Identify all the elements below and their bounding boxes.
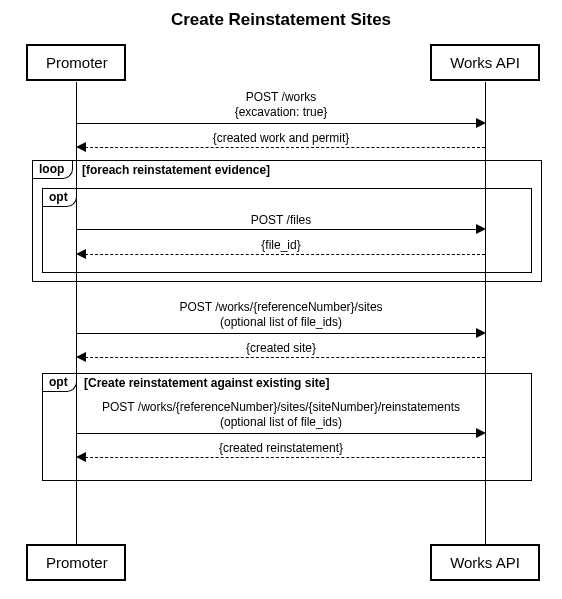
arrowhead-created-reinstatement: [76, 452, 86, 462]
fragment-loop-guard: [foreach reinstatement evidence]: [82, 163, 270, 177]
participant-promoter-bottom: Promoter: [26, 544, 126, 581]
arrowhead-created-site: [76, 352, 86, 362]
fragment-opt-files: [42, 188, 532, 273]
arrow-post-works: [77, 123, 477, 124]
msg-post-works-line1: POST /works: [246, 90, 316, 104]
msg-post-sites-line2: (optional list of file_ids): [220, 315, 342, 329]
arrowhead-file-id: [76, 249, 86, 259]
msg-post-reinstatements-line1: POST /works/{referenceNumber}/sites/{sit…: [102, 400, 460, 414]
arrowhead-post-works: [476, 118, 486, 128]
msg-post-works-label: POST /works {excavation: true}: [76, 90, 486, 120]
arrowhead-post-files: [476, 224, 486, 234]
arrow-post-files: [77, 229, 477, 230]
msg-post-sites-line1: POST /works/{referenceNumber}/sites: [179, 300, 382, 314]
msg-file-id-label: {file_id}: [76, 238, 486, 252]
msg-created-work-label: {created work and permit}: [76, 131, 486, 145]
arrow-file-id: [85, 254, 485, 255]
fragment-opt-reinstatement-tag: opt: [43, 374, 77, 392]
msg-post-reinstatements-line2: (optional list of file_ids): [220, 415, 342, 429]
fragment-opt-files-tag: opt: [43, 189, 77, 207]
arrow-created-site: [85, 357, 485, 358]
arrowhead-created-work: [76, 142, 86, 152]
participant-worksapi-top: Works API: [430, 44, 540, 81]
participant-promoter-top: Promoter: [26, 44, 126, 81]
msg-post-works-line2: {excavation: true}: [235, 105, 328, 119]
arrowhead-post-reinstatements: [476, 428, 486, 438]
msg-created-reinstatement-label: {created reinstatement}: [76, 441, 486, 455]
arrow-post-sites: [77, 333, 477, 334]
arrowhead-post-sites: [476, 328, 486, 338]
arrow-created-reinstatement: [85, 457, 485, 458]
fragment-loop-tag: loop: [33, 161, 73, 179]
arrow-post-reinstatements: [77, 433, 477, 434]
fragment-opt-reinstatement-guard: [Create reinstatement against existing s…: [84, 376, 329, 390]
participant-worksapi-bottom: Works API: [430, 544, 540, 581]
msg-post-sites-label: POST /works/{referenceNumber}/sites (opt…: [76, 300, 486, 330]
diagram-title: Create Reinstatement Sites: [0, 10, 562, 30]
arrow-created-work: [85, 147, 485, 148]
msg-created-site-label: {created site}: [76, 341, 486, 355]
msg-post-reinstatements-label: POST /works/{referenceNumber}/sites/{sit…: [76, 400, 486, 430]
msg-post-files-label: POST /files: [76, 213, 486, 227]
